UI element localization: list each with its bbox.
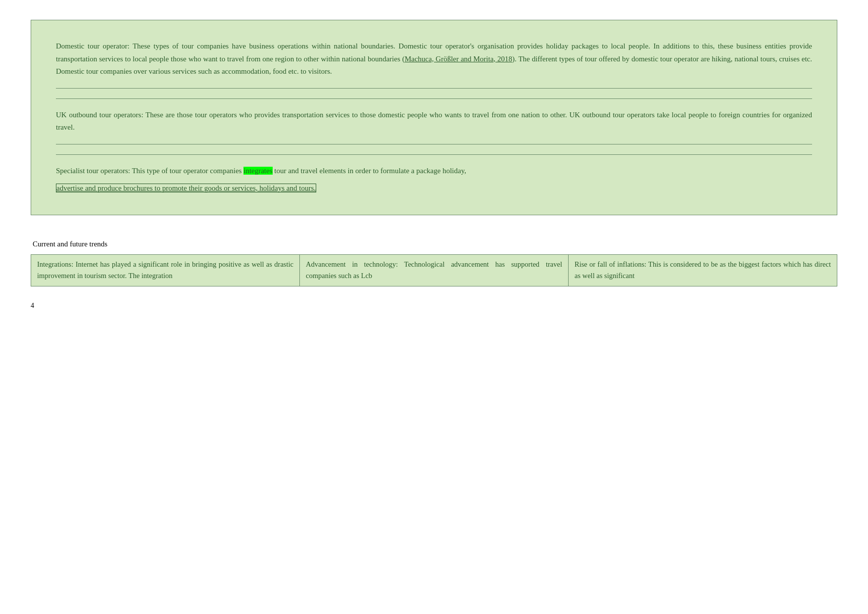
separator-2 — [56, 144, 812, 144]
specialist-paragraph-2: advertise and produce brochures to promo… — [56, 182, 812, 195]
main-container: Domestic tour operator: These types of t… — [31, 20, 837, 310]
bordered-section: Domestic tour operator: These types of t… — [31, 20, 837, 215]
uk-outbound-paragraph: UK outbound tour operators: These are th… — [56, 109, 812, 134]
page-number: 4 — [31, 302, 34, 309]
table-cell-advancement: Advancement in technology: Technological… — [300, 254, 569, 286]
domestic-block: Domestic tour operator: These types of t… — [56, 40, 812, 88]
table-cell-inflation: Rise or fall of inflations: This is cons… — [569, 254, 837, 286]
integrations-text: Integrations: Internet has played a sign… — [37, 260, 293, 280]
specialist-text-1: Specialist tour operators: This type of … — [56, 167, 243, 175]
domestic-paragraph: Domestic tour operator: These types of t… — [56, 40, 812, 78]
trends-label: Current and future trends — [33, 240, 107, 248]
table-cell-integrations: Integrations: Internet has played a sign… — [31, 254, 300, 286]
advancement-text: Advancement in technology: Technological… — [306, 260, 562, 280]
uk-outbound-text: UK outbound tour operators: These are th… — [56, 111, 812, 132]
inflation-text: Rise or fall of inflations: This is cons… — [575, 260, 831, 280]
table-row: Integrations: Internet has played a sign… — [31, 254, 837, 286]
specialist-text-2: tour and travel elements in order to for… — [273, 167, 466, 175]
trends-table: Integrations: Internet has played a sign… — [31, 254, 837, 287]
uk-outbound-block: UK outbound tour operators: These are th… — [56, 98, 812, 144]
trends-label-container: Current and future trends — [33, 240, 837, 248]
separator-1 — [56, 88, 812, 89]
specialist-underlined: advertise and produce brochures to promo… — [56, 184, 316, 192]
specialist-paragraph: Specialist tour operators: This type of … — [56, 165, 812, 178]
integrates-highlight: integrates — [243, 167, 272, 175]
page-number-container: 4 — [31, 301, 837, 310]
specialist-block: Specialist tour operators: This type of … — [56, 154, 812, 205]
citation-machuca: Machuca, Größler and Morita, 2018 — [405, 55, 512, 63]
